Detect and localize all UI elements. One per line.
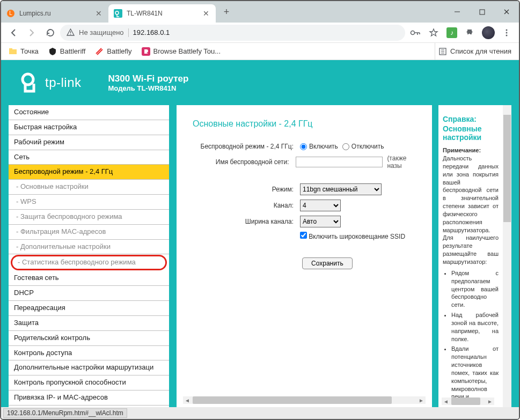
sidebar-item-quicksetup[interactable]: Быстрая настройка [9, 120, 169, 135]
help-list: Рядом с предполагаем центром вашей беспр… [451, 269, 499, 401]
radio-enable-input[interactable] [300, 143, 307, 150]
sidebar-sub-macfilter[interactable]: - Фильтрация MAC-адресов [9, 225, 169, 240]
scroll-right-icon[interactable]: ► [486, 399, 494, 404]
tab-title: TL-WR841N [127, 10, 200, 17]
svg-point-9 [70, 34, 71, 35]
reading-list-button[interactable]: Список для чтения [435, 43, 515, 60]
sidebar-sub-basic[interactable]: - Основные настройки [9, 180, 169, 195]
brand-text: tp-link [45, 75, 82, 90]
insecure-icon [67, 28, 75, 36]
sidebar-item-opmode[interactable]: Рабочий режим [9, 135, 169, 150]
help-title-2: Основные настройки [443, 124, 499, 142]
reading-list-icon [438, 47, 447, 56]
sidebar-menu: Состояние Быстрая настройка Рабочий режи… [1, 105, 169, 407]
sidebar-item-network[interactable]: Сеть [9, 150, 169, 165]
help-body: Дальность передачи данных или зона покры… [443, 154, 499, 266]
sidebar-sub-advanced[interactable]: - Дополнительные настройки [9, 240, 169, 255]
sidebar-item-access[interactable]: Контроль доступа [9, 346, 169, 361]
browser-tab-lumpics[interactable]: L Lumpics.ru ✕ [1, 4, 108, 23]
minimize-button[interactable] [445, 1, 470, 23]
scroll-left-icon[interactable]: ◄ [442, 399, 450, 404]
battlefy-icon [142, 47, 150, 56]
insecure-label: Не защищено [79, 28, 124, 36]
ssid-input[interactable] [296, 157, 383, 167]
url-text: 192.168.0.1 [133, 28, 170, 36]
sidebar-item-routing[interactable]: Дополнительные настройки маршрутизаци [9, 360, 169, 375]
svg-point-16 [506, 34, 508, 36]
channel-select[interactable]: 4 [300, 200, 341, 211]
content-area: Основные настройки - 2,4 ГГц Беспроводно… [177, 105, 519, 407]
label-width: Ширина канала: [193, 218, 296, 225]
address-bar: Не защищено 192.168.0.1 ♪ [1, 23, 519, 43]
scroll-left-icon[interactable]: ◄ [183, 397, 192, 403]
svg-point-15 [506, 32, 508, 33]
bookmark-battleriff[interactable]: Battleriff [45, 45, 89, 58]
save-button[interactable]: Сохранить [302, 257, 353, 269]
width-select[interactable]: Авто [300, 216, 341, 227]
sidebar-item-parental[interactable]: Родительский контроль [9, 331, 169, 346]
tab-close-icon[interactable]: ✕ [203, 9, 209, 18]
radio-disable-label: Отключить [351, 143, 384, 150]
close-button[interactable] [494, 1, 519, 23]
browser-tab-router[interactable]: TL-WR841N ✕ [108, 4, 216, 23]
horizontal-scrollbar[interactable]: ◄ ► [183, 396, 426, 404]
forward-button[interactable] [24, 25, 40, 41]
bookmarks-bar: Точка Battleriff Battlefly Browse Battle… [1, 43, 519, 60]
vertical-scrollbar[interactable] [503, 105, 511, 407]
bookmark-battlefly[interactable]: Battlefly [92, 45, 135, 58]
help-bullet: Вдали от потенциальн источников помех, т… [451, 345, 499, 401]
help-horizontal-scrollbar[interactable]: ◄ ► [442, 397, 494, 405]
svg-point-14 [506, 29, 508, 31]
sidebar-item-status[interactable]: Состояние [9, 105, 169, 120]
mode-select[interactable]: 11bgn смешанный [300, 183, 382, 195]
sidebar-item-ddns[interactable]: Динамический DNS [9, 406, 169, 407]
broadcast-checkbox-input[interactable] [300, 232, 307, 239]
back-button[interactable] [5, 25, 21, 41]
reading-list-label: Список для чтения [450, 47, 511, 55]
broadcast-checkbox[interactable]: Включить широковещание SSID [300, 232, 405, 240]
sidebar-sub-statistics[interactable]: - Статистика беспроводного режима [11, 255, 167, 270]
maximize-button[interactable] [470, 1, 494, 23]
reload-button[interactable] [42, 25, 58, 41]
favicon-lumpics: L [6, 9, 15, 18]
scroll-right-icon[interactable]: ► [417, 397, 426, 403]
new-tab-button[interactable]: + [219, 4, 234, 19]
radio-enable[interactable]: Включить [300, 143, 338, 150]
svg-rect-5 [480, 10, 485, 14]
sidebar-item-bandwidth[interactable]: Контроль пропускной способности [9, 375, 169, 390]
status-url: 192.168.0.1/MenuRpm.htm#__wlAcl.htm [3, 408, 127, 418]
radio-disable-input[interactable] [342, 143, 349, 150]
sidebar-item-guest[interactable]: Гостевая сеть [9, 271, 169, 286]
sidebar-item-wireless24[interactable]: Беспроводной режим - 2,4 ГГц [9, 165, 169, 180]
broadcast-label: Включить широковещание SSID [309, 233, 405, 240]
label-wireless: Беспроводной режим - 2,4 ГГц: [193, 143, 296, 150]
extension-music[interactable]: ♪ [444, 25, 460, 41]
tab-title: Lumpics.ru [19, 10, 92, 17]
bookmark-battlefy[interactable]: Browse Battlefy Tou... [138, 45, 224, 58]
product-model: Модель TL-WR841N [108, 84, 189, 92]
menu-button[interactable] [499, 25, 515, 41]
titlebar: L Lumpics.ru ✕ TL-WR841N ✕ + [1, 1, 519, 23]
sidebar-item-ipmac[interactable]: Привязка IP- и MAC-адресов [9, 390, 169, 406]
scroll-thumb[interactable] [503, 115, 511, 222]
bookmark-star-icon[interactable] [426, 25, 442, 41]
teal-gap [169, 105, 177, 407]
scroll-thumb[interactable] [451, 397, 480, 405]
svg-point-10 [411, 31, 415, 34]
sidebar-sub-security[interactable]: - Защита беспроводного режима [9, 210, 169, 225]
help-title-1: Справка: [443, 115, 499, 123]
bookmark-tochka[interactable]: Точка [5, 45, 42, 58]
bookmark-label: Точка [20, 47, 39, 55]
tab-close-icon[interactable]: ✕ [96, 9, 102, 18]
sidebar-item-forwarding[interactable]: Переадресация [9, 301, 169, 316]
radio-disable[interactable]: Отключить [342, 143, 384, 150]
scroll-thumb[interactable] [193, 396, 392, 404]
profile-avatar[interactable] [480, 25, 496, 41]
help-panel: Справка: Основные настройки Примечание: … [432, 105, 503, 407]
sidebar-item-security[interactable]: Защита [9, 316, 169, 331]
extensions-puzzle-icon[interactable] [462, 25, 478, 41]
sidebar-item-dhcp[interactable]: DHCP [9, 286, 169, 301]
omnibox[interactable]: Не защищено 192.168.0.1 [60, 25, 405, 41]
password-key-icon[interactable] [407, 25, 423, 41]
sidebar-sub-wps[interactable]: - WPS [9, 195, 169, 210]
